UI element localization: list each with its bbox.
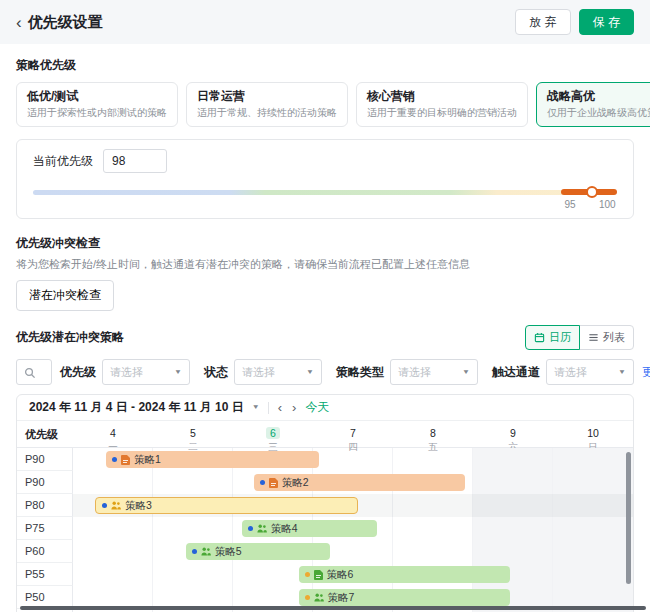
day-number: 9 <box>506 427 520 439</box>
tier-card-desc: 适用于探索性或内部测试的策略 <box>27 106 167 119</box>
slider-track <box>33 190 613 195</box>
search-icon <box>24 365 36 383</box>
priority-slider[interactable]: 95 100 <box>33 186 617 208</box>
status-dot-blue <box>102 503 107 508</box>
calendar-icon <box>534 332 545 343</box>
strategy-bar[interactable]: 策略2 <box>254 474 466 491</box>
conflict-check-button[interactable]: 潜在冲突检查 <box>16 280 114 311</box>
filter-label: 触达通道 <box>492 364 540 381</box>
filter-groups: 优先级 请选择 ▼ 状态 请选择 ▼ 策略类型 请选择 ▼ 触达通道 请选择 ▼ <box>60 359 634 385</box>
strategy-bar-label: 策略7 <box>328 591 355 605</box>
more-filters-link[interactable]: 更多 ∨ <box>642 364 650 381</box>
list-icon <box>588 332 599 343</box>
page-header: ‹ 优先级设置 放 弃 保 存 <box>0 0 650 44</box>
tier-card-title: 日常运营 <box>197 89 337 104</box>
list-view-button[interactable]: 列表 <box>579 325 634 350</box>
tier-card-desc: 适用于常规、持续性的活动策略 <box>197 106 337 119</box>
slider-min-label: 95 <box>564 199 575 210</box>
filter-group-2: 状态 请选择 ▼ <box>204 359 322 385</box>
strategy-bar[interactable]: 策略1 <box>106 451 319 468</box>
priority-cell: P75 <box>17 517 73 540</box>
chevron-down-icon: ▼ <box>618 368 626 375</box>
tier-card-1[interactable]: 低优/测试 适用于探索性或内部测试的策略 <box>16 82 178 127</box>
next-week-button[interactable]: › <box>291 401 297 414</box>
horizontal-scrollbar[interactable] <box>20 606 646 610</box>
search-box <box>16 359 52 385</box>
filter-label: 优先级 <box>60 364 96 381</box>
save-button[interactable]: 保 存 <box>579 9 634 35</box>
gantt-row-1: P90 策略1 <box>17 448 633 471</box>
gantt-row-2: P90 策略2 <box>17 471 633 494</box>
tier-card-3[interactable]: 核心营销 适用于重要的目标明确的营销活动 <box>356 82 528 127</box>
day-number: 8 <box>426 427 440 439</box>
conflict-calendar: 2024 年 11 月 4 日 - 2024 年 11 月 10 日 ▼ ‹ ›… <box>16 394 634 612</box>
slider-handle[interactable] <box>586 186 598 198</box>
filter-label: 策略类型 <box>336 364 384 381</box>
conflict-list-title: 优先级潜在冲突策略 <box>16 329 124 346</box>
strategy-bar-label: 策略4 <box>271 522 298 536</box>
strategy-bar-label: 策略3 <box>125 499 152 513</box>
strategy-bar[interactable]: 策略5 <box>186 543 330 560</box>
status-dot-yellow <box>305 572 310 577</box>
strategy-bar[interactable]: 策略4 <box>242 520 378 537</box>
filter-select[interactable]: 请选择 ▼ <box>546 359 634 385</box>
vertical-scrollbar[interactable] <box>626 452 631 584</box>
date-range-caret-icon[interactable]: ▼ <box>252 404 260 411</box>
tier-card-desc: 仅用于企业战略级高优策略 <box>547 106 650 119</box>
prev-week-button[interactable]: ‹ <box>277 401 283 414</box>
calendar-view-button[interactable]: 日历 <box>525 325 580 350</box>
status-dot-yellow <box>305 595 310 600</box>
filter-bar: 优先级 请选择 ▼ 状态 请选择 ▼ 策略类型 请选择 ▼ 触达通道 请选择 ▼… <box>16 359 634 385</box>
date-range-label[interactable]: 2024 年 11 月 4 日 - 2024 年 11 月 10 日 <box>29 399 244 416</box>
current-priority-label: 当前优先级 <box>33 153 93 170</box>
status-dot-blue <box>260 480 265 485</box>
strategy-people-icon <box>201 547 211 556</box>
priority-cell: P90 <box>17 471 73 494</box>
divider <box>268 402 269 414</box>
strategy-bar[interactable]: 策略6 <box>299 566 511 583</box>
strategy-bar[interactable]: 策略3 <box>95 497 359 514</box>
current-priority-input[interactable] <box>103 149 167 173</box>
day-number: 6 <box>266 427 280 439</box>
view-toggle: 日历 列表 <box>525 325 634 350</box>
priority-settings-page: ‹ 优先级设置 放 弃 保 存 策略优先级 低优/测试 适用于探索性或内部测试的… <box>0 0 650 612</box>
today-link[interactable]: 今天 <box>305 399 329 416</box>
tier-card-title: 低优/测试 <box>27 89 167 104</box>
gantt-rows: P90 策略1 P90 策略2 P80 策略3 P75 策略4 P60 策略5 … <box>17 448 633 612</box>
discard-button[interactable]: 放 弃 <box>515 9 570 35</box>
row-track: 策略1 <box>73 448 633 471</box>
strategy-doc-icon <box>121 455 130 465</box>
tier-card-2[interactable]: 日常运营 适用于常规、持续性的活动策略 <box>186 82 348 127</box>
status-dot-blue <box>192 549 197 554</box>
strategy-bar[interactable]: 策略7 <box>299 589 511 606</box>
priority-cell: P55 <box>17 563 73 586</box>
filter-select-value: 请选择 <box>242 365 275 380</box>
strategy-bar-label: 策略1 <box>134 453 161 467</box>
chevron-down-icon: ▼ <box>174 368 182 375</box>
strategy-people-icon <box>111 501 121 510</box>
tier-section-label: 策略优先级 <box>16 57 634 74</box>
row-track: 策略2 <box>73 471 633 494</box>
conflict-section-title: 优先级冲突检查 <box>16 235 634 252</box>
filter-select[interactable]: 请选择 ▼ <box>234 359 322 385</box>
filter-select[interactable]: 请选择 ▼ <box>102 359 190 385</box>
day-number: 4 <box>106 427 120 439</box>
gantt-row-3: P80 策略3 <box>17 494 633 517</box>
calendar-header-row: 优先级 4 一5 二6 三7 四8 五9 六10 日 <box>17 421 633 448</box>
gantt-row-4: P75 策略4 <box>17 517 633 540</box>
gantt-row-5: P60 策略5 <box>17 540 633 563</box>
list-view-label: 列表 <box>603 330 625 345</box>
priority-cell: P60 <box>17 540 73 563</box>
filter-select[interactable]: 请选择 ▼ <box>390 359 478 385</box>
tier-card-4[interactable]: 战略高优 仅用于企业战略级高优策略 <box>536 82 650 127</box>
strategy-doc-icon <box>314 570 323 580</box>
row-track: 策略5 <box>73 540 633 563</box>
strategy-bar-label: 策略6 <box>327 568 354 582</box>
back-icon[interactable]: ‹ <box>16 14 22 31</box>
priority-cell: P90 <box>17 448 73 471</box>
tier-card-list: 低优/测试 适用于探索性或内部测试的策略日常运营 适用于常规、持续性的活动策略核… <box>16 82 634 127</box>
strategy-doc-icon <box>269 478 278 488</box>
calendar-nav: 2024 年 11 月 4 日 - 2024 年 11 月 10 日 ▼ ‹ ›… <box>17 395 633 421</box>
priority-cell: P80 <box>17 494 73 517</box>
strategy-bar-label: 策略2 <box>282 476 309 490</box>
